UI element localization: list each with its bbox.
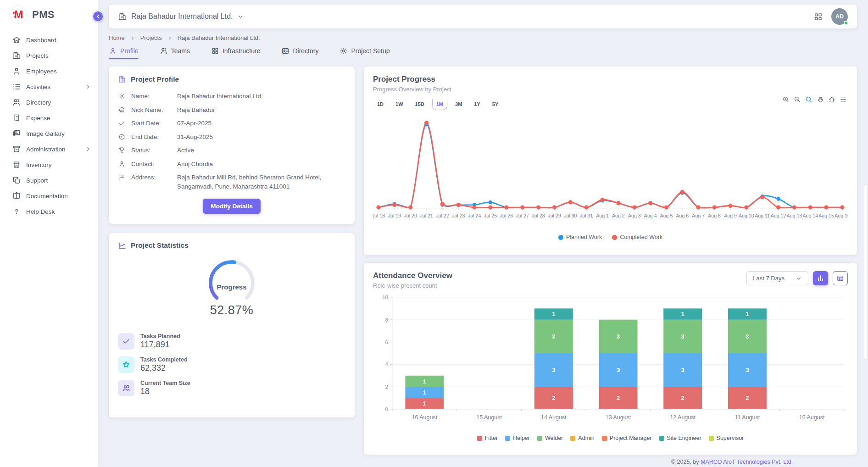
svg-text:1: 1: [681, 311, 684, 317]
svg-text:1: 1: [552, 311, 555, 317]
tab-label: Project Setup: [351, 47, 389, 55]
range-button-1y[interactable]: 1Y: [470, 99, 484, 110]
line-chart[interactable]: Jul 18Jul 19Jul 20Jul 21Jul 22Jul 23Jul …: [373, 113, 848, 231]
selection-zoom-icon[interactable]: [805, 96, 812, 103]
bar-chart-view-button[interactable]: [813, 271, 828, 285]
range-button-1d[interactable]: 1D: [373, 99, 388, 110]
svg-text:Jul 22: Jul 22: [436, 213, 449, 218]
tab-label: Infrastructure: [223, 47, 260, 55]
range-button-3m[interactable]: 3M: [451, 99, 466, 110]
svg-text:Aug 11: Aug 11: [755, 213, 770, 218]
company-selector[interactable]: Raja Bahadur International Ltd.: [118, 12, 244, 21]
logo-letter: M: [14, 8, 23, 21]
people-icon: [160, 47, 168, 55]
tab-teams[interactable]: Teams: [160, 47, 190, 59]
sidebar-item-dashboard[interactable]: Dashboard: [0, 32, 98, 48]
legend-item-completed-work[interactable]: Completed Work: [612, 234, 662, 240]
tab-profile[interactable]: Profile: [109, 47, 139, 59]
scrollbar-thumb[interactable]: [864, 184, 868, 360]
legend-item-supervisor[interactable]: Supervisor: [709, 435, 744, 441]
sidebar-collapse-button[interactable]: [93, 11, 103, 21]
sidebar-item-label: Support: [26, 177, 91, 184]
person-icon: [12, 67, 21, 76]
legend-marker: [709, 436, 714, 441]
svg-text:3: 3: [746, 333, 749, 340]
sidebar-item-inventory[interactable]: Inventory: [0, 157, 98, 172]
menu-icon[interactable]: [840, 96, 847, 103]
zoom-in-icon[interactable]: [782, 96, 790, 103]
sidebar-item-expense[interactable]: Expense: [0, 110, 98, 126]
sidebar-item-projects[interactable]: Projects: [0, 48, 98, 63]
progress-card-title: Project Progress: [373, 75, 848, 84]
tab-project-setup[interactable]: Project Setup: [339, 47, 389, 59]
building-icon: [118, 12, 127, 21]
sidebar-item-directory[interactable]: Directory: [0, 95, 98, 110]
legend-item-admin[interactable]: Admin: [570, 435, 594, 441]
top-header-bar: Raja Bahadur International Ltd. AD: [109, 5, 857, 28]
svg-text:Aug 3: Aug 3: [628, 213, 641, 218]
field-label: Status:: [131, 146, 172, 155]
sidebar-item-administration[interactable]: Administration: [0, 141, 98, 157]
pan-icon[interactable]: [817, 96, 824, 103]
svg-text:1: 1: [746, 311, 749, 317]
sidebar: M PMS DashboardProjectsEmployeesActiviti…: [0, 0, 98, 467]
app-logo[interactable]: M PMS: [0, 0, 98, 28]
sidebar-item-employees[interactable]: Employees: [0, 63, 98, 79]
user-avatar[interactable]: AD: [831, 8, 848, 25]
reset-home-icon[interactable]: [828, 96, 835, 103]
svg-text:2: 2: [385, 384, 388, 389]
check-icon: [118, 119, 126, 127]
sidebar-item-label: Dashboard: [26, 37, 91, 44]
footer-company-link[interactable]: MARCO AIoT Technologies Pvt. Ltd.: [701, 459, 793, 465]
range-button-5y[interactable]: 5Y: [488, 99, 502, 110]
svg-text:3: 3: [681, 333, 684, 340]
field-label: Start Date:: [131, 119, 172, 128]
circledot-icon: [118, 133, 126, 141]
sidebar-item-support[interactable]: Support: [0, 172, 98, 188]
profile-card-title: Project Profile: [131, 75, 179, 83]
field-value: Raja Bahadur: [177, 106, 345, 115]
zoom-out-icon[interactable]: [794, 96, 801, 103]
range-button-1w[interactable]: 1W: [391, 99, 407, 110]
svg-text:Aug 1: Aug 1: [596, 213, 609, 218]
field-value: Raja Bahadur Mill Rd, behind Sheraton Gr…: [177, 173, 345, 191]
sidebar-item-image-gallary[interactable]: Image Gallary: [0, 126, 98, 141]
building-icon: [12, 51, 21, 60]
profile-field-status: Status:Active: [118, 146, 345, 155]
sidebar-item-label: Expense: [26, 115, 91, 122]
range-button-15d[interactable]: 15D: [411, 99, 428, 110]
legend-item-fitter[interactable]: Fitter: [477, 435, 498, 441]
attendance-overview-card: Attendance Overview Role-wise present co…: [364, 263, 857, 455]
profile-field-nick-name: Nick Name:Raja Bahadur: [118, 106, 345, 115]
date-range-select[interactable]: Last 7 Days: [746, 271, 808, 285]
table-view-button[interactable]: [833, 271, 848, 285]
legend-item-helper[interactable]: Helper: [505, 435, 530, 441]
breadcrumb-link[interactable]: Home: [109, 34, 125, 41]
range-button-1m[interactable]: 1M: [432, 99, 447, 110]
sidebar-item-activities[interactable]: Activities: [0, 79, 98, 95]
apps-grid-icon[interactable]: [813, 12, 823, 22]
sidebar-item-help-desk[interactable]: ?Help Desk: [0, 204, 98, 219]
tab-infrastructure[interactable]: Infrastructure: [211, 47, 260, 59]
app-name: PMS: [32, 9, 55, 21]
legend-item-site-engineer[interactable]: Site Engineer: [659, 435, 701, 441]
tab-directory[interactable]: Directory: [281, 47, 318, 59]
svg-text:Aug 8: Aug 8: [708, 213, 721, 218]
svg-text:Jul 30: Jul 30: [564, 213, 577, 218]
legend-item-welder[interactable]: Welder: [537, 435, 563, 441]
legend-item-project-manager[interactable]: Project Manager: [602, 435, 652, 441]
legend-item-planned-work[interactable]: Planned Work: [558, 234, 602, 240]
svg-text:1: 1: [423, 389, 426, 396]
sidebar-item-documentation[interactable]: Documentation: [0, 188, 98, 204]
svg-text:Jul 21: Jul 21: [420, 213, 433, 218]
project-statistics-card: Project Statistics Progress 52.87% Tasks…: [109, 233, 355, 417]
sidebar-item-label: Employees: [26, 68, 91, 75]
field-value: Anuj Chordia: [177, 160, 345, 169]
modify-details-button[interactable]: Modify Details: [203, 199, 261, 214]
breadcrumb-link[interactable]: Projects: [140, 34, 162, 41]
stacked-bar-chart[interactable]: 024681011116 August15 August233114 Augus…: [373, 294, 848, 431]
stat-current-team-size: Current Team Size18: [118, 380, 345, 396]
svg-text:Aug 6: Aug 6: [676, 213, 689, 218]
brand-logo-icon: M: [9, 6, 28, 24]
svg-text:Aug 14: Aug 14: [803, 213, 818, 218]
